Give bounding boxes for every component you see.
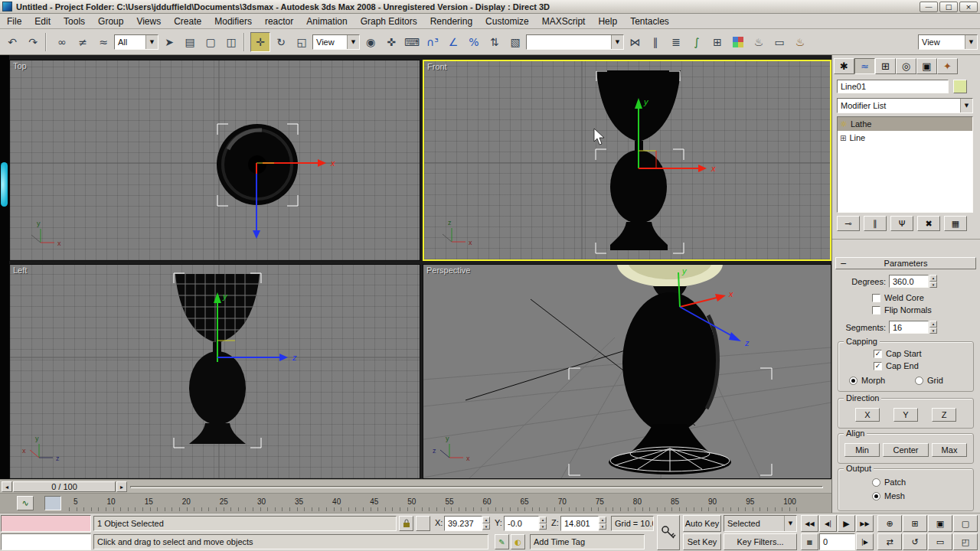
percent-snap-toggle[interactable]: % [464,32,484,52]
parameters-rollout-header[interactable]: − Parameters [835,257,976,269]
align-center-button[interactable]: Center [883,443,929,457]
dropdown-arrow-icon[interactable]: ▼ [784,516,796,531]
adaptive-degradation-toggle[interactable]: ◐ [511,534,525,549]
segments-field[interactable]: 16 [889,321,929,334]
y-spinner[interactable]: ▴▾ [539,517,547,530]
dropdown-arrow-icon[interactable]: ▼ [965,35,977,49]
dropdown-arrow-icon[interactable]: ▼ [145,35,158,49]
patch-radio[interactable] [872,478,880,487]
restore-button[interactable]: □ [939,2,958,12]
z-spinner[interactable]: ▴▾ [599,517,606,530]
maxscript-mini-listener-pink[interactable] [1,515,91,532]
select-by-name-button[interactable]: ▤ [180,32,200,52]
time-slider-handle[interactable]: 0 / 100 [13,481,116,492]
quick-render-button[interactable]: ♨ [790,32,810,52]
morph-radio[interactable] [849,377,858,385]
mesh-radio[interactable] [872,492,880,500]
minimize-button[interactable]: ― [920,2,938,12]
auto-key-button[interactable]: Auto Key [683,515,721,532]
zoom-region-button[interactable]: ▢ [953,515,978,532]
viewport-perspective-label[interactable]: Perspective [426,266,470,275]
menu-item[interactable]: Views [136,16,161,27]
menu-item[interactable]: MAXScript [542,16,586,27]
time-slider-track[interactable] [130,486,823,488]
light-bulb-icon[interactable]: ☼ [840,119,848,129]
angle-snap-toggle[interactable]: ∠ [443,32,463,52]
view-dropdown[interactable]: View▼ [918,34,978,50]
viewport-top[interactable]: Top x [9,60,420,261]
degrees-field[interactable]: 360.0 [889,275,929,288]
zoom-extents-button[interactable]: ▣ [928,515,952,532]
tab-utilities[interactable]: ✦ [937,58,958,74]
object-color-swatch[interactable] [953,80,967,93]
pin-stack-button[interactable]: ⊸ [837,216,860,231]
viewport-perspective[interactable]: Perspective [423,264,831,479]
grid-radio[interactable] [915,377,923,385]
y-coordinate-field[interactable]: -0.0 [504,516,539,531]
time-slider-next-button[interactable]: ▸ [116,481,127,492]
rectangular-selection-region-button[interactable]: ▢ [201,32,220,52]
window-crossing-toggle[interactable]: ◫ [221,32,241,52]
curve-editor-button[interactable]: ∫ [687,32,707,52]
menu-item[interactable]: Tools [64,16,85,27]
set-key-button[interactable]: Set Key [683,533,721,550]
dropdown-arrow-icon[interactable]: ▼ [611,35,623,49]
select-and-link-button[interactable]: ∞ [52,32,72,52]
undo-button[interactable]: ↶ [2,32,22,52]
pan-button[interactable]: ⇄ [877,533,902,550]
menu-item[interactable]: Edit [34,16,51,27]
cap-start-checkbox[interactable]: ✓ [874,350,882,358]
maxscript-mini-listener-white[interactable] [1,533,91,550]
next-frame-button[interactable]: |▶ [856,533,874,550]
direction-z-button[interactable]: Z [932,408,956,422]
layer-manager-button[interactable]: ≣ [666,32,686,52]
align-max-button[interactable]: Max [932,443,967,457]
zoom-all-button[interactable]: ⊞ [903,515,927,532]
rendered-frame-window-button[interactable]: ▭ [769,32,789,52]
viewport-front-label[interactable]: Front [427,62,447,71]
key-filters-button[interactable]: Key Filters... [724,533,797,550]
arc-rotate-button[interactable]: ↺ [903,533,927,550]
x-spinner[interactable]: ▴▾ [482,517,490,530]
mirror-button[interactable]: ⋈ [625,32,645,52]
segments-spinner[interactable]: ▴▾ [929,321,937,334]
go-to-start-button[interactable]: ◀◀ [801,515,818,532]
degrees-spinner[interactable]: ▴▾ [929,275,937,288]
snaps-toggle-button[interactable]: ∩³ [423,32,443,52]
flip-normals-checkbox[interactable] [872,306,880,315]
viewport-left[interactable]: Left [9,264,420,479]
absolute-mode-toggle[interactable] [416,516,430,531]
progressive-display-toggle[interactable]: ✎ [495,534,509,549]
current-frame-field[interactable]: 0 [819,533,855,550]
selection-filter-dropdown[interactable]: All▼ [114,34,158,50]
dropdown-arrow-icon[interactable]: ▼ [347,35,359,49]
walk-through-button[interactable]: ▭ [928,533,952,550]
time-slider-prev-button[interactable]: ◂ [2,481,12,492]
make-unique-button[interactable]: Ψ [890,216,913,231]
menu-item[interactable]: Group [98,16,123,27]
select-and-scale-button[interactable]: ◱ [292,32,312,52]
viewport-left-label[interactable]: Left [13,266,27,275]
tab-display[interactable]: ▣ [916,58,937,74]
menu-item[interactable]: reactor [265,16,293,27]
object-name-field[interactable]: Line01 [837,80,949,93]
modifier-stack-item-line[interactable]: ⊞ Line [838,131,972,145]
tab-hierarchy[interactable]: ⊞ [875,58,896,74]
tab-create[interactable]: ✱ [834,58,854,74]
add-time-tag-field[interactable]: Add Time Tag [530,534,645,549]
modifier-list-dropdown[interactable]: Modifier List▼ [837,98,973,113]
menu-item[interactable]: Modifiers [214,16,252,27]
render-setup-button[interactable]: ♨ [749,32,769,52]
align-button[interactable]: ∥ [645,32,665,52]
expand-icon[interactable]: ⊞ [840,134,846,142]
schematic-view-button[interactable]: ⊞ [707,32,727,52]
menu-item[interactable]: Help [598,16,617,27]
remove-modifier-button[interactable]: ✖ [917,216,940,231]
key-filter-dropdown[interactable]: Selected▼ [724,515,797,532]
zoom-button[interactable]: ⊕ [877,515,902,532]
align-min-button[interactable]: Min [844,443,880,457]
menu-item[interactable]: Customize [485,16,529,27]
spinner-snap-toggle[interactable]: ⇅ [485,32,505,52]
show-end-result-button[interactable]: ∥ [864,216,887,231]
use-pivot-point-center-button[interactable]: ◉ [361,32,381,52]
